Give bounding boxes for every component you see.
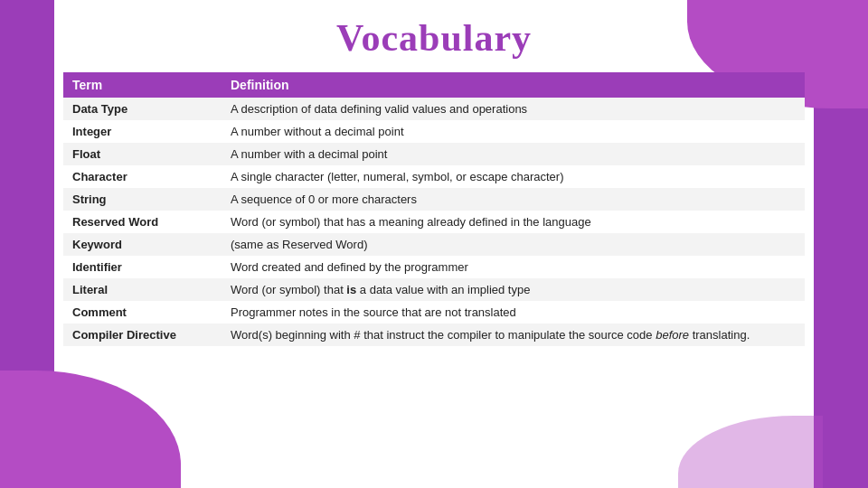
term-cell: Data Type (63, 98, 222, 120)
term-cell: String (63, 188, 222, 211)
table-header-row: Term Definition (63, 72, 805, 98)
definition-cell: Word (or symbol) that has a meaning alre… (222, 211, 805, 233)
term-cell: Character (63, 165, 222, 188)
term-cell: Integer (63, 120, 222, 143)
term-cell: Reserved Word (63, 211, 222, 233)
table-row: Data TypeA description of data defining … (63, 98, 805, 120)
definition-cell: A sequence of 0 or more characters (222, 188, 805, 211)
table-row: Keyword(same as Reserved Word) (63, 233, 805, 256)
table-row: Reserved WordWord (or symbol) that has a… (63, 211, 805, 233)
definition-cell: A description of data defining valid val… (222, 98, 805, 120)
definition-cell: A number without a decimal point (222, 120, 805, 143)
vocabulary-table: Term Definition Data TypeA description o… (63, 72, 805, 346)
table-row: CommentProgrammer notes in the source th… (63, 301, 805, 324)
term-cell: Compiler Directive (63, 324, 222, 346)
page-title: Vocabulary (336, 16, 532, 60)
table-row: LiteralWord (or symbol) that is a data v… (63, 278, 805, 301)
term-cell: Keyword (63, 233, 222, 256)
term-cell: Comment (63, 301, 222, 324)
definition-cell: (same as Reserved Word) (222, 233, 805, 256)
definition-cell: Word created and defined by the programm… (222, 256, 805, 278)
bg-bottom-right-accent (678, 416, 823, 488)
main-content: Vocabulary Term Definition Data TypeA de… (0, 0, 868, 362)
definition-cell: Word (or symbol) that is a data value wi… (222, 278, 805, 301)
table-row: Compiler DirectiveWord(s) beginning with… (63, 324, 805, 346)
term-cell: Literal (63, 278, 222, 301)
definition-cell: Programmer notes in the source that are … (222, 301, 805, 324)
table-row: FloatA number with a decimal point (63, 143, 805, 165)
definition-cell: A single character (letter, numeral, sym… (222, 165, 805, 188)
col-header-term: Term (63, 72, 222, 98)
definition-cell: Word(s) beginning with # that instruct t… (222, 324, 805, 346)
table-row: IntegerA number without a decimal point (63, 120, 805, 143)
bg-bottom-left-accent (0, 371, 181, 488)
col-header-definition: Definition (222, 72, 805, 98)
table-row: CharacterA single character (letter, num… (63, 165, 805, 188)
term-cell: Identifier (63, 256, 222, 278)
table-row: IdentifierWord created and defined by th… (63, 256, 805, 278)
term-cell: Float (63, 143, 222, 165)
table-row: StringA sequence of 0 or more characters (63, 188, 805, 211)
definition-cell: A number with a decimal point (222, 143, 805, 165)
